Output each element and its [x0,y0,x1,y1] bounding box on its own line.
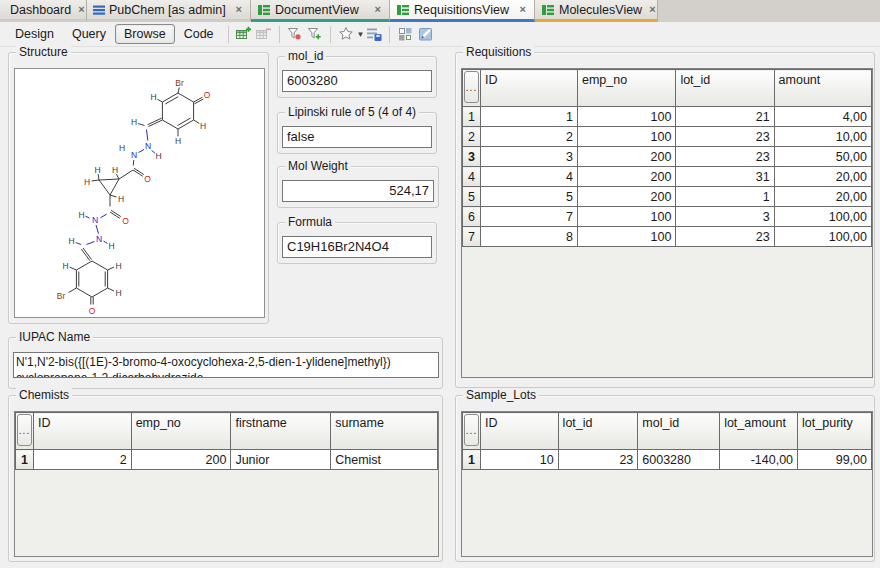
cell-lot-amount[interactable]: -140,00 [720,450,798,470]
cell-id-selected[interactable]: 3 [481,147,578,167]
panels-grid-icon[interactable] [395,25,415,43]
close-icon[interactable]: × [373,4,383,15]
molecule-structure-viewer: BrOHHHHNHNHOHHHHONHNHHHHHBrO [14,68,265,318]
svg-text:H: H [115,288,121,298]
column-header-emp-no[interactable]: emp_no [577,70,675,107]
row-header[interactable]: 1 [463,450,481,470]
table-delete-icon[interactable] [254,25,274,43]
browse-button[interactable]: Browse [115,24,175,44]
cell-amount[interactable]: 50,00 [774,147,871,167]
column-header-id[interactable]: ID [481,413,559,450]
close-icon[interactable]: × [234,4,244,15]
row-header[interactable]: 1 [463,107,481,127]
filter-add-icon[interactable] [305,25,325,43]
cell-amount[interactable]: 20,00 [774,187,871,207]
svg-text:O: O [204,90,211,100]
cell-emp-no[interactable]: 100 [577,207,675,227]
cell-id[interactable]: 8 [481,227,578,247]
column-header-lot-id[interactable]: lot_id [558,413,638,450]
cell-firstname[interactable]: Junior [231,450,331,470]
cell-lot-id[interactable]: 23 [676,147,774,167]
column-header-firstname[interactable]: firstname [231,413,331,450]
code-button[interactable]: Code [175,24,223,44]
tab-pubchem[interactable]: PubChem [as admin] × [87,0,251,22]
cell-lot-id[interactable]: 21 [676,107,774,127]
column-header-id[interactable]: ID [34,413,132,450]
formula-groupbox: Formula C19H16Br2N4O4 [277,222,437,264]
column-header-emp-no[interactable]: emp_no [131,413,231,450]
column-header-amount[interactable]: amount [774,70,871,107]
cell-lot-purity[interactable]: 99,00 [798,450,872,470]
column-header-lot-amount[interactable]: lot_amount [720,413,798,450]
cell-id[interactable]: 1 [481,107,578,127]
table-add-icon[interactable] [234,25,254,43]
form-designer-icon[interactable] [415,25,435,43]
cell-amount[interactable]: 20,00 [774,167,871,187]
svg-text:H: H [68,236,74,246]
cell-lot-id[interactable]: 23 [676,127,774,147]
tab-documentview[interactable]: DocumentView × [251,0,390,22]
cell-mol-id[interactable]: 6003280 [638,450,720,470]
row-header[interactable]: 2 [463,127,481,147]
cell-surname[interactable]: Chemist [331,450,438,470]
cell-amount[interactable]: 100,00 [774,207,871,227]
design-button[interactable]: Design [6,24,63,44]
cell-lot-id[interactable]: 1 [676,187,774,207]
filter-selection-icon[interactable] [285,25,305,43]
column-header-lot-purity[interactable]: lot_purity [798,413,872,450]
favorites-star-icon[interactable] [336,25,356,43]
svg-text:H: H [200,121,206,131]
cell-emp-no[interactable]: 100 [577,227,675,247]
row-header[interactable]: 7 [463,227,481,247]
cell-lot-id[interactable]: 3 [676,207,774,227]
select-all-button[interactable]: ... [17,414,32,446]
svg-text:H: H [112,165,118,175]
svg-text:H: H [78,210,84,220]
svg-text:O: O [89,306,96,316]
row-header[interactable]: 3 [463,147,481,167]
cell-emp-no[interactable]: 200 [577,167,675,187]
close-icon[interactable]: × [647,4,657,15]
close-icon[interactable]: × [518,4,528,15]
query-button[interactable]: Query [63,24,115,44]
cell-id[interactable]: 7 [481,207,578,227]
lipinski-field[interactable]: false [282,126,432,148]
cell-emp-no[interactable]: 200 [131,450,231,470]
mol-id-field[interactable]: 6003280 [282,70,432,92]
cell-id[interactable]: 4 [481,167,578,187]
cell-id[interactable]: 2 [34,450,132,470]
select-all-button[interactable]: ... [464,71,479,103]
requisitions-table: ... ID emp_no lot_id amount 1 1 100 21 4… [461,68,873,378]
column-header-id[interactable]: ID [481,70,578,107]
tab-moleculesview[interactable]: MoleculesView × [535,0,658,22]
cell-id[interactable]: 5 [481,187,578,207]
cell-emp-no[interactable]: 200 [577,187,675,207]
cell-emp-no[interactable]: 100 [577,107,675,127]
close-icon[interactable]: × [76,4,86,15]
row-header[interactable]: 6 [463,207,481,227]
tab-dashboard[interactable]: Dashboard × [0,0,87,22]
row-header[interactable]: 5 [463,187,481,207]
column-header-surname[interactable]: surname [331,413,438,450]
cell-emp-no[interactable]: 200 [577,147,675,167]
cell-lot-id[interactable]: 23 [676,227,774,247]
cell-amount[interactable]: 10,00 [774,127,871,147]
save-view-settings-icon[interactable] [364,25,384,43]
column-header-lot-id[interactable]: lot_id [676,70,774,107]
column-header-mol-id[interactable]: mol_id [638,413,720,450]
cell-id[interactable]: 2 [481,127,578,147]
formula-field[interactable]: C19H16Br2N4O4 [282,236,432,258]
tab-requisitionsview[interactable]: RequisitionsView × [390,0,535,22]
cell-lot-id[interactable]: 31 [676,167,774,187]
dropdown-caret-icon[interactable]: ▼ [357,30,365,39]
cell-id[interactable]: 10 [481,450,559,470]
select-all-button[interactable]: ... [464,414,479,446]
cell-amount[interactable]: 100,00 [774,227,871,247]
cell-lot-id[interactable]: 23 [558,450,638,470]
mol-weight-field[interactable]: 524,17 [282,180,434,202]
cell-amount[interactable]: 4,00 [774,107,871,127]
row-header[interactable]: 1 [16,450,34,470]
iupac-name-field[interactable]: N'1,N'2-bis({[(1E)-3-bromo-4-oxocyclohex… [13,352,439,378]
cell-emp-no[interactable]: 100 [577,127,675,147]
row-header[interactable]: 4 [463,167,481,187]
